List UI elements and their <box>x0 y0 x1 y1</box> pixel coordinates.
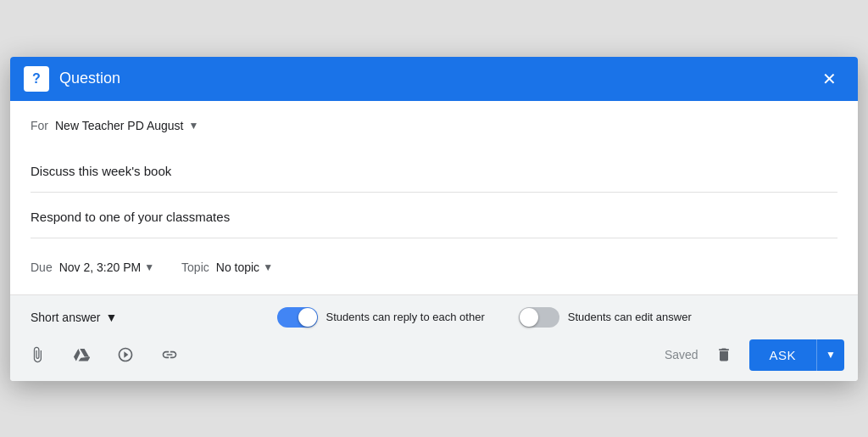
ask-dropdown-button[interactable]: ▼ <box>816 339 844 371</box>
reply-toggle-label: Students can reply to each other <box>326 311 485 323</box>
reply-toggle-thumb <box>298 308 317 327</box>
dialog-footer: Short answer ▼ Students can reply to eac… <box>10 294 858 381</box>
answer-type-button[interactable]: Short answer ▼ <box>24 305 124 329</box>
attachment-icons <box>24 341 665 368</box>
meta-row: Due Nov 2, 3:20 PM ▼ Topic No topic ▼ <box>31 242 837 294</box>
dialog-title: Question <box>59 70 814 87</box>
topic-value: No topic <box>216 261 259 274</box>
footer-bottom-row: Saved ASK ▼ <box>24 339 844 371</box>
footer-actions: Saved ASK ▼ <box>665 339 844 371</box>
link-icon <box>161 346 178 363</box>
toggle-group: Students can reply to each other Student… <box>124 307 844 328</box>
question-text[interactable]: Discuss this week's book <box>31 160 837 182</box>
for-label: For <box>31 119 48 132</box>
trash-icon <box>715 346 732 363</box>
topic-label: Topic <box>181 261 209 274</box>
delete-button[interactable] <box>709 339 739 370</box>
video-button[interactable] <box>112 341 139 368</box>
ask-button-group: ASK ▼ <box>749 339 844 371</box>
topic-chevron-icon: ▼ <box>263 261 273 273</box>
for-row: For New Teacher PD August ▼ <box>31 118 837 133</box>
footer-top-row: Short answer ▼ Students can reply to eac… <box>24 305 844 329</box>
answer-type-chevron-icon: ▼ <box>105 311 117 324</box>
reply-toggle-track <box>277 307 318 328</box>
drive-icon <box>73 346 90 363</box>
edit-toggle-label: Students can edit answer <box>568 311 692 323</box>
edit-toggle-thumb <box>520 308 538 327</box>
due-chevron-icon: ▼ <box>144 261 154 273</box>
due-item: Due Nov 2, 3:20 PM ▼ <box>31 257 154 277</box>
topic-dropdown-button[interactable]: No topic ▼ <box>216 257 273 277</box>
video-icon <box>117 346 134 363</box>
instruction-field-row: Respond to one of your classmates <box>31 196 837 238</box>
attach-file-button[interactable] <box>24 341 51 368</box>
due-label: Due <box>31 261 53 274</box>
question-field-row: Discuss this week's book <box>31 150 837 193</box>
due-dropdown-button[interactable]: Nov 2, 3:20 PM ▼ <box>59 257 154 277</box>
edit-toggle-item: Students can edit answer <box>519 307 692 328</box>
answer-type-label: Short answer <box>31 311 100 324</box>
ask-button[interactable]: ASK <box>749 339 817 371</box>
drive-button[interactable] <box>68 341 95 368</box>
reply-toggle-item: Students can reply to each other <box>277 307 485 328</box>
topic-item: Topic No topic ▼ <box>181 257 273 277</box>
question-dialog: ? Question ✕ For New Teacher PD August ▼… <box>10 57 858 381</box>
for-value: New Teacher PD August <box>55 119 184 132</box>
edit-toggle-track <box>519 307 559 328</box>
reply-toggle[interactable] <box>277 307 318 328</box>
saved-status: Saved <box>665 348 698 361</box>
edit-toggle[interactable] <box>519 307 559 328</box>
dialog-header: ? Question ✕ <box>10 57 858 101</box>
dialog-body: For New Teacher PD August ▼ Discuss this… <box>10 101 858 294</box>
question-icon: ? <box>24 66 49 92</box>
link-button[interactable] <box>156 341 183 368</box>
close-button[interactable]: ✕ <box>814 64 844 94</box>
due-value: Nov 2, 3:20 PM <box>59 261 142 274</box>
paperclip-icon <box>29 346 46 363</box>
for-dropdown-button[interactable]: ▼ <box>186 118 203 133</box>
instruction-text[interactable]: Respond to one of your classmates <box>31 206 837 227</box>
